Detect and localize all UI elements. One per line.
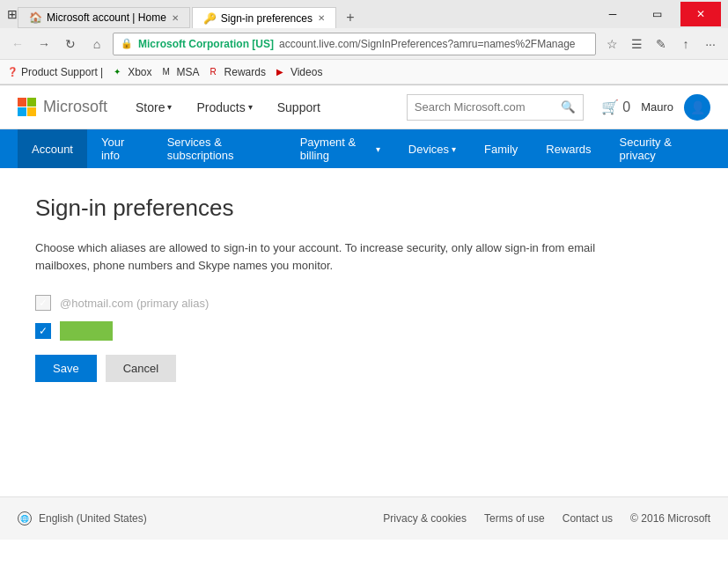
search-button[interactable]: 🔍 xyxy=(561,100,576,114)
checkbox-check-primary: ✓ xyxy=(39,297,48,309)
store-chevron: ▾ xyxy=(167,102,172,112)
page-description: Choose which aliases are allowed to sign… xyxy=(35,239,634,274)
ms-header-actions: 🛒 0 Mauro 👤 xyxy=(601,94,710,121)
bookmark-msa[interactable]: M MSA xyxy=(163,66,200,78)
bookmark-favicon-rewards: R xyxy=(210,67,221,77)
close-button[interactable]: ✕ xyxy=(680,2,721,26)
tab-close-signin[interactable]: ✕ xyxy=(318,13,325,23)
nav-item-account[interactable]: Account xyxy=(18,129,87,168)
restore-button[interactable]: ▭ xyxy=(636,2,677,26)
nav-item-services-subscriptions[interactable]: Services & subscriptions xyxy=(153,129,286,168)
avatar-icon: 👤 xyxy=(690,100,705,114)
bookmark-label-xbox: Xbox xyxy=(128,66,151,78)
nav-item-payment-billing[interactable]: Payment & billing ▾ xyxy=(286,129,394,168)
search-input[interactable] xyxy=(415,100,555,114)
browser-tab-home[interactable]: 🏠 Microsoft account | Home ✕ xyxy=(18,7,190,28)
refresh-button[interactable]: ↻ xyxy=(60,33,81,55)
footer-contact-link[interactable]: Contact us xyxy=(563,512,613,525)
bookmark-label-videos: Videos xyxy=(290,66,322,78)
lock-icon: 🔒 xyxy=(121,38,133,49)
payment-chevron: ▾ xyxy=(376,144,380,154)
alias-checkbox-primary[interactable]: ✓ xyxy=(35,295,51,311)
bookmarks-bar: ❓ Product Support | ✦ Xbox M MSA R Rewar… xyxy=(0,60,728,85)
alias-checkbox-secondary[interactable]: ✓ xyxy=(35,323,51,339)
alias-row-secondary: ✓ xyxy=(35,321,687,341)
home-button[interactable]: ⌂ xyxy=(86,33,107,55)
bookmark-product-support[interactable]: ❓ Product Support | xyxy=(7,66,103,78)
alias-green-block xyxy=(60,321,113,341)
nav-actions: ☆ ☰ ✎ ↑ ··· xyxy=(601,33,721,55)
footer: 🌐 English (United States) Privacy & cook… xyxy=(0,496,728,540)
logo-sq-blue xyxy=(18,107,26,116)
nav-item-devices[interactable]: Devices ▾ xyxy=(394,129,470,168)
nav-item-your-info[interactable]: Your info xyxy=(87,129,153,168)
hub-icon[interactable]: ☰ xyxy=(626,33,647,55)
bookmark-favicon-videos: ▶ xyxy=(276,67,287,77)
devices-chevron: ▾ xyxy=(452,144,456,154)
footer-left: 🌐 English (United States) xyxy=(18,511,147,526)
page-title: Sign-in preferences xyxy=(35,195,687,222)
footer-copyright: © 2016 Microsoft xyxy=(630,512,710,525)
back-button[interactable]: ← xyxy=(7,33,28,55)
nav-item-store[interactable]: Store ▾ xyxy=(125,85,182,129)
tab-favicon-signin: 🔑 xyxy=(203,12,216,25)
bookmark-label-msa: MSA xyxy=(177,66,200,78)
alias-row-primary: ✓ @hotmail.com (primary alias) xyxy=(35,295,687,311)
notes-icon[interactable]: ✎ xyxy=(651,33,672,55)
tab-favicon-home: 🏠 xyxy=(29,11,41,24)
footer-language: English (United States) xyxy=(39,512,147,525)
nav-item-family[interactable]: Family xyxy=(470,129,532,168)
globe-icon: 🌐 xyxy=(18,511,32,526)
cancel-button[interactable]: Cancel xyxy=(106,355,176,382)
ms-main-nav: Store ▾ Products ▾ Support xyxy=(125,85,389,129)
bookmark-favicon-xbox: ✦ xyxy=(114,67,124,77)
ms-header: Microsoft Store ▾ Products ▾ Support 🔍 🛒… xyxy=(0,85,728,129)
nav-item-rewards[interactable]: Rewards xyxy=(532,129,605,168)
save-button[interactable]: Save xyxy=(35,355,97,382)
bookmark-videos[interactable]: ▶ Videos xyxy=(276,66,322,78)
user-avatar[interactable]: 👤 xyxy=(684,94,710,121)
footer-right: Privacy & cookies Terms of use Contact u… xyxy=(383,512,710,525)
tab-label-home: Microsoft account | Home xyxy=(47,11,166,24)
bookmark-label-support: Product Support | xyxy=(21,66,103,78)
nav-item-products[interactable]: Products ▾ xyxy=(186,85,262,129)
alias-label-primary: @hotmail.com (primary alias) xyxy=(60,297,209,310)
bookmark-xbox[interactable]: ✦ Xbox xyxy=(114,66,151,78)
footer-terms-link[interactable]: Terms of use xyxy=(484,512,545,525)
ms-logo[interactable]: Microsoft xyxy=(18,98,107,116)
corp-badge: Microsoft Corporation [US] xyxy=(138,38,274,50)
bookmark-rewards[interactable]: R Rewards xyxy=(210,66,266,78)
bookmark-label-rewards: Rewards xyxy=(224,66,266,78)
tab-close-home[interactable]: ✕ xyxy=(172,13,179,23)
bookmark-favicon-support: ❓ xyxy=(7,67,18,77)
logo-sq-red xyxy=(18,98,26,107)
ms-search-bar[interactable]: 🔍 xyxy=(407,94,584,121)
url-text: account.live.com/SignInPreferences?amru=… xyxy=(279,38,576,50)
share-icon[interactable]: ↑ xyxy=(675,33,696,55)
new-tab-button[interactable]: + xyxy=(338,7,363,28)
browser-nav-bar: ← → ↻ ⌂ 🔒 Microsoft Corporation [US] acc… xyxy=(0,28,728,60)
nav-item-security-privacy[interactable]: Security & privacy xyxy=(606,129,710,168)
nav-item-support[interactable]: Support xyxy=(267,85,331,129)
more-icon[interactable]: ··· xyxy=(700,33,721,55)
logo-sq-yellow xyxy=(27,107,36,116)
browser-chrome: ⊞ 🏠 Microsoft account | Home ✕ 🔑 Sign-in… xyxy=(0,0,728,85)
checkbox-check-secondary: ✓ xyxy=(39,325,48,337)
page-content: Sign-in preferences Choose which aliases… xyxy=(0,168,722,408)
browser-tab-signin[interactable]: 🔑 Sign-in preferences ✕ xyxy=(192,7,336,28)
user-name: Mauro xyxy=(641,100,673,114)
address-bar[interactable]: 🔒 Microsoft Corporation [US] account.liv… xyxy=(113,33,596,55)
forward-button[interactable]: → xyxy=(33,33,55,55)
btn-row: Save Cancel xyxy=(35,355,687,382)
logo-sq-green xyxy=(27,98,36,107)
title-bar: ⊞ 🏠 Microsoft account | Home ✕ 🔑 Sign-in… xyxy=(0,0,728,28)
footer-privacy-link[interactable]: Privacy & cookies xyxy=(383,512,467,525)
tab-label-signin: Sign-in preferences xyxy=(221,12,313,25)
cart-icon[interactable]: 🛒 0 xyxy=(601,99,630,115)
bookmark-favicon-msa: M xyxy=(163,67,173,77)
account-nav: Account Your info Services & subscriptio… xyxy=(0,129,728,168)
minimize-button[interactable]: ─ xyxy=(592,2,633,26)
favorites-icon[interactable]: ☆ xyxy=(601,33,622,55)
products-chevron: ▾ xyxy=(248,102,253,112)
ms-logo-text: Microsoft xyxy=(43,98,107,116)
